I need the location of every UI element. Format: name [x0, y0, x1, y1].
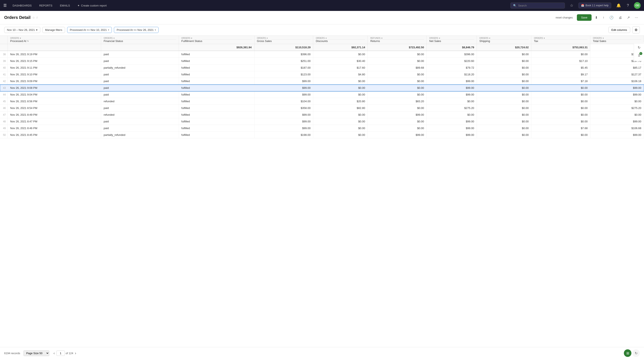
sort-icon-processed-at[interactable]: ⇅ [27, 40, 29, 42]
open-external-icon[interactable]: ↗ [625, 15, 632, 20]
col-group-chevron[interactable]: ▾ [20, 37, 21, 39]
edit-columns-button[interactable]: Edit columns [608, 27, 630, 33]
nav-emails[interactable]: EMAILS [58, 3, 72, 8]
favorites-icon[interactable]: ☆ [569, 2, 574, 9]
user-avatar[interactable]: OD [634, 2, 641, 9]
cell-tax: $0.00 [531, 85, 590, 91]
row-number: 48 [0, 118, 8, 125]
cell-tax: $0.00 [531, 112, 590, 118]
col-group-chevron-6[interactable]: ▾ [381, 37, 382, 39]
create-custom-report-button[interactable]: ✦ Create custom report [78, 4, 106, 7]
table-row[interactable]: 47 Nov 26, 2021 8:49 PM refunded fulfill… [0, 112, 644, 118]
table-row[interactable]: 43 Nov 26, 2021 9:08 PM paid fulfilled $… [0, 85, 644, 91]
table-row[interactable]: 40 Nov 26, 2021 9:11 PM partially_refund… [0, 65, 644, 71]
table-row[interactable]: 44 Nov 26, 2021 9:04 PM paid fulfilled $… [0, 91, 644, 98]
cell-tax: $7.68 [531, 125, 590, 132]
nav-reports[interactable]: REPORTS [38, 3, 54, 8]
table-row[interactable]: 45 Nov 26, 2021 8:56 PM refunded fulfill… [0, 98, 644, 105]
search-input[interactable] [518, 4, 562, 7]
cell-financial-status: paid [101, 105, 179, 112]
cell-gross-sales: $396.00 [254, 51, 313, 58]
share-icon[interactable]: ↑ [601, 15, 606, 20]
cell-discounts: $20.80 [313, 98, 368, 105]
cell-discounts: $0.00 [313, 51, 368, 58]
table-row[interactable]: 46 Nov 26, 2021 8:54 PM paid fulfilled $… [0, 105, 644, 112]
cell-net-sales: $0.00 [427, 98, 477, 105]
cell-processed-at: Nov 26, 2021 9:10 PM [8, 71, 101, 78]
cell-net-sales: $99.00 [427, 91, 477, 98]
filter-chip-1[interactable]: Processed At >= Nov 10, 2021 ▾ [67, 27, 112, 33]
cell-financial-status: paid [101, 118, 179, 125]
cell-gross-sales: $104.00 [254, 98, 313, 105]
col-group-chevron-2[interactable]: ▾ [114, 37, 114, 39]
table-settings-icon[interactable]: ⚙ [632, 27, 640, 33]
menu-icon[interactable]: ☰ [3, 3, 7, 8]
cell-fulfillment-status: fulfilled [179, 105, 254, 112]
save-button[interactable]: Save [577, 14, 592, 21]
col-group-chevron-5[interactable]: ▾ [326, 37, 326, 39]
row-number: 46 [0, 105, 8, 112]
print-icon[interactable]: 🖨 [617, 15, 624, 20]
cell-returns: $83.20 [368, 98, 427, 105]
cell-fulfillment-status: fulfilled [179, 112, 254, 118]
row-number: 49 [0, 125, 8, 132]
col-group-discounts: ORDERS▾ Discounts [313, 36, 368, 44]
table-footer: 6194 records Page Size 50 Page Size 25 P… [0, 347, 644, 348]
cell-shipping: $0.00 [477, 65, 531, 71]
help-icon[interactable]: ? [626, 3, 630, 9]
search-box[interactable]: 🔍 [510, 3, 565, 9]
cell-returns: $0.00 [368, 85, 427, 91]
col-group-tax: ORDERS▾ Tax [531, 36, 590, 44]
col-group-chevron-4[interactable]: ▾ [266, 37, 268, 39]
notifications-icon[interactable]: 🔔 [616, 2, 622, 9]
cell-financial-status: paid [101, 78, 179, 85]
table-row[interactable]: 50 Nov 26, 2021 8:45 PM partially_refund… [0, 132, 644, 138]
cell-shipping: $0.00 [477, 125, 531, 132]
cell-processed-at: Nov 26, 2021 9:04 PM [8, 91, 101, 98]
cell-gross-sales: $99.00 [254, 91, 313, 98]
row-number: 44 [0, 91, 8, 98]
cell-processed-at: Nov 26, 2021 9:11 PM [8, 65, 101, 71]
col-group-chevron-3[interactable]: ▾ [191, 37, 192, 39]
cell-tax: $17.10 [531, 58, 590, 65]
cell-fulfillment-status: fulfilled [179, 118, 254, 125]
cell-fulfillment-status: fulfilled [179, 132, 254, 138]
favorite-page-icon[interactable]: ☆ [32, 16, 35, 19]
filter-chip-2[interactable]: Processed At <= Nov 26, 2021 ▾ [114, 27, 158, 33]
table-row[interactable]: 49 Nov 26, 2021 8:46 PM paid fulfilled $… [0, 125, 644, 132]
cell-discounts: $0.00 [313, 125, 368, 132]
col-group-returns: REFUNDS▾ Returns [368, 36, 427, 44]
filter-icon[interactable]: ⧖ 2 [635, 52, 643, 59]
cell-discounts: $0.00 [313, 78, 368, 85]
book-expert-button[interactable]: 📅 Book 1:1 expert help [578, 3, 611, 9]
nav-dashboards[interactable]: DASHBOARDS [11, 3, 33, 8]
more-options-icon[interactable]: ⋯ [633, 15, 640, 20]
cell-fulfillment-status: fulfilled [179, 125, 254, 132]
date-range-filter[interactable]: Nov 10 – Nov 26, 2021 ▾ [4, 27, 40, 33]
table-row[interactable]: 39 Nov 26, 2021 9:15 PM paid fulfilled $… [0, 58, 644, 65]
refresh-icon[interactable]: ↻ [635, 44, 643, 51]
manage-filters-button[interactable]: Manage filters [42, 27, 65, 33]
reset-changes-button[interactable]: reset changes [553, 14, 576, 21]
table-row[interactable]: 42 Nov 26, 2021 9:09 PM paid fulfilled $… [0, 78, 644, 85]
download-csv-icon[interactable]: ⬇ [593, 15, 599, 20]
column-group-row: ORDERS▾ Processed At⇅ ORDERS▾ Financial … [0, 36, 644, 44]
table-row[interactable]: 41 Nov 26, 2021 9:10 PM paid fulfilled $… [0, 71, 644, 78]
info-icon[interactable]: i [37, 16, 38, 19]
col-group-shipping: ORDERS▾ Shipping [477, 36, 531, 44]
row-number: 43 [0, 85, 8, 91]
schedule-icon[interactable]: 🕐 [608, 15, 615, 20]
col-group-chevron-7[interactable]: ▾ [439, 37, 440, 39]
cell-shipping: $0.00 [477, 51, 531, 58]
table-row[interactable]: 48 Nov 26, 2021 8:47 PM paid fulfilled $… [0, 118, 644, 125]
cell-gross-sales: $99.00 [254, 78, 313, 85]
col-group-chevron-9[interactable]: ▾ [544, 37, 545, 39]
chevron-down-icon: ▾ [36, 28, 38, 32]
cell-net-sales: $79.72 [427, 65, 477, 71]
col-group-chevron-10[interactable]: ▾ [603, 37, 604, 39]
filter-chip-1-chevron: ▾ [108, 29, 109, 31]
col-group-chevron-8[interactable]: ▾ [489, 37, 490, 39]
cell-net-sales: $118.20 [427, 71, 477, 78]
table-row[interactable]: 38 Nov 26, 2021 9:19 PM paid fulfilled $… [0, 51, 644, 58]
sidebar-actions: ↻ ⧖ 2 [634, 42, 644, 61]
